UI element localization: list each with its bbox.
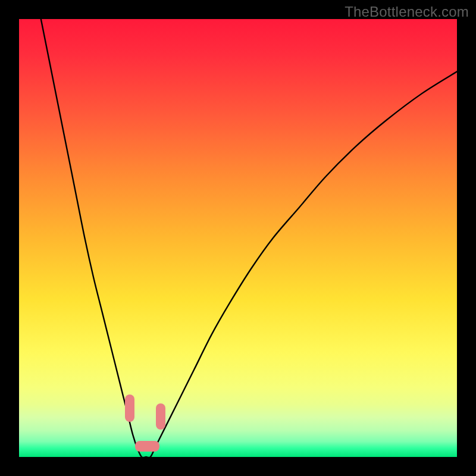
attribution-label: TheBottleneck.com — [345, 4, 469, 20]
blob-bottom — [135, 441, 159, 452]
bottleneck-curve — [19, 19, 457, 457]
blob-right — [156, 403, 165, 430]
blob-left — [125, 394, 134, 422]
chart-stage: TheBottleneck.com — [0, 0, 476, 476]
plot-area — [19, 19, 457, 457]
